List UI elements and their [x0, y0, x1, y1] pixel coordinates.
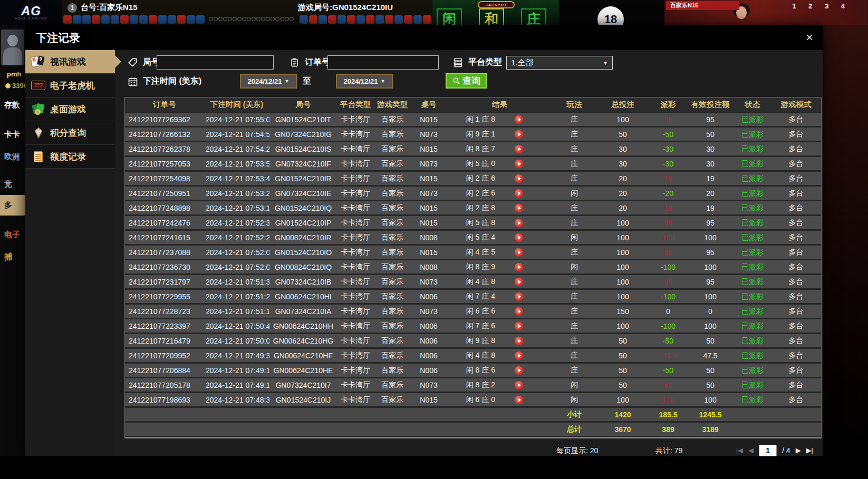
cell-game-type: 百家乐	[374, 233, 411, 242]
sidebar-item-dianzi[interactable]: 电子	[4, 230, 25, 240]
page-number-input[interactable]	[759, 445, 777, 456]
cell-bet-time: 2024-12-21 07:50:46	[204, 322, 269, 330]
cell-platform: 卡卡湾厅	[337, 395, 374, 405]
cell-game-mode: 多台	[771, 262, 821, 272]
play-video-button[interactable]	[515, 322, 523, 330]
ag-logo-text: AG	[21, 5, 41, 17]
cell-game-type: 百家乐	[374, 380, 411, 390]
sidebar-item-europe[interactable]: 欧洲	[4, 152, 25, 162]
bet-tie-button[interactable]: 和	[479, 8, 504, 25]
sidebar-item-video-games[interactable]: K9视讯游戏	[25, 50, 115, 74]
sidebar-item-credit-records[interactable]: 额度记录	[25, 145, 115, 169]
bet-player-button[interactable]: 闲	[437, 8, 462, 25]
cell-valid-bet: 19	[687, 204, 734, 212]
play-video-button[interactable]	[515, 130, 523, 139]
date-to-picker[interactable]: 2024/12/21 ▼	[336, 74, 393, 89]
cell-valid-bet: 100	[687, 396, 734, 404]
bead-dot	[233, 17, 237, 21]
cell-table-number: N008	[411, 263, 447, 271]
cell-valid-bet: 95	[687, 278, 734, 286]
play-video-button[interactable]	[515, 278, 523, 286]
play-video-button[interactable]	[515, 263, 523, 271]
cell-game-type: 百家乐	[374, 174, 411, 183]
cell-platform: 卡卡湾厅	[337, 336, 374, 346]
play-video-button[interactable]	[515, 248, 523, 257]
table-row: 2412210772693622024-12-21 07:55:09GN0152…	[125, 113, 821, 126]
cell-game-mode: 多台	[771, 115, 821, 124]
cell-table-number: N015	[411, 145, 447, 153]
cell-valid-bet: 50	[687, 366, 734, 375]
play-video-button[interactable]	[515, 337, 523, 345]
cell-round: GN07324C210IG	[269, 130, 337, 139]
document-icon	[31, 151, 45, 162]
search-button[interactable]: 查询	[446, 73, 487, 89]
clipboard-icon	[287, 57, 302, 67]
cell-round: GN01524C210IR	[269, 174, 337, 183]
cell-total-bet: 100	[596, 233, 650, 242]
play-video-button[interactable]	[515, 366, 523, 375]
cell-valid-bet: 20	[687, 189, 734, 198]
play-video-button[interactable]	[515, 351, 523, 360]
cell-play-type: 庄	[553, 277, 596, 287]
play-video-button[interactable]	[515, 115, 523, 124]
cell-total-bet: 30	[596, 145, 650, 153]
total-row-bet: 3670	[596, 425, 650, 434]
sidebar-item-table-games[interactable]: $桌面游戏	[25, 97, 115, 121]
cell-order: 241221077231797	[125, 278, 204, 286]
play-video-button[interactable]	[515, 160, 523, 168]
cell-payout: 95	[650, 248, 687, 257]
cell-game-mode: 多台	[771, 292, 821, 301]
order-number-input[interactable]	[327, 55, 439, 70]
result-text: 闲 4 庄 5	[447, 248, 515, 257]
sidebar-item-points[interactable]: 积分查询	[25, 121, 115, 145]
play-video-button[interactable]	[515, 233, 523, 242]
cell-total-bet: 30	[596, 160, 650, 168]
play-video-button[interactable]	[515, 292, 523, 301]
cell-payout: -100	[650, 263, 687, 271]
cell-game-type: 百家乐	[374, 292, 411, 301]
play-video-button[interactable]	[515, 307, 523, 316]
close-icon[interactable]: ×	[806, 30, 813, 45]
bead-chip	[413, 15, 422, 24]
cell-valid-bet: 19	[687, 174, 734, 183]
play-video-button[interactable]	[515, 145, 523, 153]
play-video-button[interactable]	[515, 189, 523, 198]
result-text: 闲 7 庄 6	[447, 321, 515, 331]
sidebar-item-kaka[interactable]: 卡卡	[4, 130, 25, 140]
cell-game-type: 百家乐	[374, 277, 411, 287]
prev-page-icon[interactable]: ◀	[748, 444, 754, 457]
cell-game-type: 百家乐	[374, 248, 411, 257]
next-page-icon[interactable]: ▶	[796, 444, 801, 457]
cell-round: GN00624C210HH	[269, 322, 337, 330]
cell-platform: 卡卡湾厅	[337, 366, 374, 375]
column-header: 游戏类型	[374, 100, 411, 110]
play-video-button[interactable]	[515, 204, 523, 212]
play-video-button[interactable]	[515, 396, 523, 404]
result-text: 闲 6 庄 6	[447, 307, 515, 316]
sidebar-item-slots[interactable]: 777电子老虎机	[25, 74, 115, 97]
cell-round: GN00824C210IR	[269, 233, 337, 242]
play-video-button[interactable]	[515, 219, 523, 227]
bet-banker-button[interactable]: 庄	[521, 8, 546, 25]
cell-total-bet: 150	[596, 307, 650, 316]
sidebar-item-jing[interactable]: 竞	[4, 179, 25, 189]
cell-table-number: N015	[411, 219, 447, 227]
platform-type-select[interactable]: 1.全部 ▼	[506, 56, 613, 70]
play-video-button[interactable]	[515, 174, 523, 183]
date-from-picker[interactable]: 2024/12/21 ▼	[240, 74, 297, 89]
bead-dot	[280, 17, 284, 21]
sidebar-item-buyu[interactable]: 捕	[4, 252, 25, 262]
last-page-icon[interactable]: ▶|	[806, 444, 813, 457]
cell-bet-time: 2024-12-21 07:52:29	[204, 233, 269, 242]
bead-dot	[237, 17, 242, 21]
screen: AG ASIA GAMING 1 台号:百家乐N15 游戏局号:GN01524C…	[0, 0, 868, 479]
sidebar-item-label: 电子老虎机	[50, 80, 95, 92]
round-number-input[interactable]	[157, 55, 274, 70]
cell-total-bet: 100	[596, 263, 650, 271]
sidebar-item-duo[interactable]: 多	[0, 195, 25, 216]
play-video-button[interactable]	[515, 381, 523, 389]
cell-round: GN00624C210HI	[269, 292, 337, 301]
sidebar-item-deposit[interactable]: 存款	[4, 100, 25, 110]
first-page-icon[interactable]: |◀	[736, 444, 743, 457]
bead-chip	[366, 15, 374, 24]
